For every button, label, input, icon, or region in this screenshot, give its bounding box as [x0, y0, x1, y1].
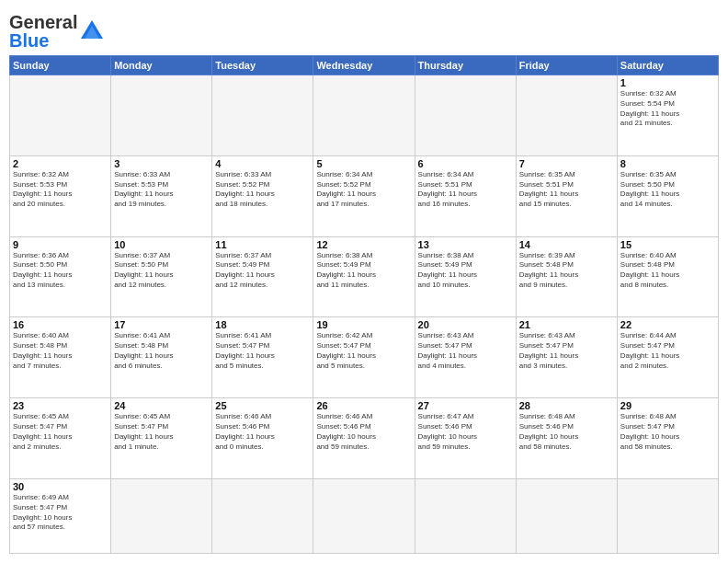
calendar-cell: 29Sunrise: 6:48 AM Sunset: 5:47 PM Dayli… [617, 398, 718, 479]
logo-icon [79, 18, 105, 44]
day-number: 3 [114, 158, 209, 169]
day-info: Sunrise: 6:35 AM Sunset: 5:50 PM Dayligh… [620, 170, 715, 210]
day-info: Sunrise: 6:43 AM Sunset: 5:47 PM Dayligh… [519, 331, 614, 371]
calendar-cell: 12Sunrise: 6:38 AM Sunset: 5:49 PM Dayli… [313, 236, 415, 317]
logo-text: General Blue [9, 13, 77, 50]
calendar-week-row: 23Sunrise: 6:45 AM Sunset: 5:47 PM Dayli… [10, 398, 719, 479]
calendar-cell: 4Sunrise: 6:33 AM Sunset: 5:52 PM Daylig… [212, 155, 313, 236]
calendar-week-row: 30Sunrise: 6:49 AM Sunset: 5:47 PM Dayli… [10, 479, 719, 554]
calendar-cell: 10Sunrise: 6:37 AM Sunset: 5:50 PM Dayli… [111, 236, 212, 317]
day-number: 19 [316, 319, 411, 330]
calendar-cell: 22Sunrise: 6:44 AM Sunset: 5:47 PM Dayli… [617, 317, 718, 398]
calendar-cell: 18Sunrise: 6:41 AM Sunset: 5:47 PM Dayli… [212, 317, 313, 398]
calendar-cell: 24Sunrise: 6:45 AM Sunset: 5:47 PM Dayli… [111, 398, 212, 479]
day-number: 11 [215, 239, 310, 250]
day-info: Sunrise: 6:34 AM Sunset: 5:51 PM Dayligh… [418, 170, 513, 210]
day-number: 10 [114, 239, 209, 250]
day-number: 12 [316, 239, 411, 250]
calendar-cell: 13Sunrise: 6:38 AM Sunset: 5:49 PM Dayli… [415, 236, 516, 317]
day-info: Sunrise: 6:44 AM Sunset: 5:47 PM Dayligh… [620, 331, 715, 371]
day-number: 26 [316, 400, 411, 411]
calendar-cell [617, 479, 718, 554]
calendar-cell: 25Sunrise: 6:46 AM Sunset: 5:46 PM Dayli… [212, 398, 313, 479]
calendar-cell: 7Sunrise: 6:35 AM Sunset: 5:51 PM Daylig… [516, 155, 617, 236]
day-number: 25 [215, 400, 310, 411]
calendar-week-row: 9Sunrise: 6:36 AM Sunset: 5:50 PM Daylig… [10, 236, 719, 317]
calendar-cell [516, 75, 617, 156]
day-number: 27 [418, 400, 513, 411]
calendar-cell: 6Sunrise: 6:34 AM Sunset: 5:51 PM Daylig… [415, 155, 516, 236]
day-info: Sunrise: 6:32 AM Sunset: 5:53 PM Dayligh… [13, 170, 108, 210]
day-info: Sunrise: 6:38 AM Sunset: 5:49 PM Dayligh… [418, 251, 513, 291]
day-info: Sunrise: 6:45 AM Sunset: 5:47 PM Dayligh… [114, 412, 209, 452]
day-number: 17 [114, 319, 209, 330]
day-number: 2 [13, 158, 108, 169]
calendar-cell: 3Sunrise: 6:33 AM Sunset: 5:53 PM Daylig… [111, 155, 212, 236]
calendar-cell: 15Sunrise: 6:40 AM Sunset: 5:48 PM Dayli… [617, 236, 718, 317]
day-number: 9 [13, 239, 108, 250]
weekday-header-row: SundayMondayTuesdayWednesdayThursdayFrid… [10, 56, 719, 75]
calendar-cell: 26Sunrise: 6:46 AM Sunset: 5:46 PM Dayli… [313, 398, 415, 479]
calendar-cell [415, 479, 516, 554]
weekday-header-saturday: Saturday [617, 56, 718, 75]
day-info: Sunrise: 6:33 AM Sunset: 5:52 PM Dayligh… [215, 170, 310, 210]
calendar-cell: 8Sunrise: 6:35 AM Sunset: 5:50 PM Daylig… [617, 155, 718, 236]
logo: General Blue [9, 13, 105, 50]
calendar-cell: 16Sunrise: 6:40 AM Sunset: 5:48 PM Dayli… [10, 317, 111, 398]
calendar-cell [313, 75, 415, 156]
day-info: Sunrise: 6:36 AM Sunset: 5:50 PM Dayligh… [13, 251, 108, 291]
calendar-cell: 27Sunrise: 6:47 AM Sunset: 5:46 PM Dayli… [415, 398, 516, 479]
calendar-week-row: 16Sunrise: 6:40 AM Sunset: 5:48 PM Dayli… [10, 317, 719, 398]
day-info: Sunrise: 6:32 AM Sunset: 5:54 PM Dayligh… [620, 89, 715, 129]
day-info: Sunrise: 6:35 AM Sunset: 5:51 PM Dayligh… [519, 170, 614, 210]
day-number: 6 [418, 158, 513, 169]
calendar-cell: 9Sunrise: 6:36 AM Sunset: 5:50 PM Daylig… [10, 236, 111, 317]
day-number: 8 [620, 158, 715, 169]
calendar-cell [516, 479, 617, 554]
day-info: Sunrise: 6:39 AM Sunset: 5:48 PM Dayligh… [519, 251, 614, 291]
calendar-cell: 23Sunrise: 6:45 AM Sunset: 5:47 PM Dayli… [10, 398, 111, 479]
calendar-week-row: 1Sunrise: 6:32 AM Sunset: 5:54 PM Daylig… [10, 75, 719, 156]
day-number: 5 [316, 158, 411, 169]
day-number: 24 [114, 400, 209, 411]
day-info: Sunrise: 6:45 AM Sunset: 5:47 PM Dayligh… [13, 412, 108, 452]
day-number: 7 [519, 158, 614, 169]
calendar-cell: 21Sunrise: 6:43 AM Sunset: 5:47 PM Dayli… [516, 317, 617, 398]
calendar-week-row: 2Sunrise: 6:32 AM Sunset: 5:53 PM Daylig… [10, 155, 719, 236]
day-info: Sunrise: 6:43 AM Sunset: 5:47 PM Dayligh… [418, 331, 513, 371]
calendar-cell [111, 75, 212, 156]
calendar-cell: 1Sunrise: 6:32 AM Sunset: 5:54 PM Daylig… [617, 75, 718, 156]
calendar-cell [313, 479, 415, 554]
day-number: 15 [620, 239, 715, 250]
day-number: 29 [620, 400, 715, 411]
calendar-cell: 19Sunrise: 6:42 AM Sunset: 5:47 PM Dayli… [313, 317, 415, 398]
day-number: 1 [620, 77, 715, 88]
calendar-cell: 28Sunrise: 6:48 AM Sunset: 5:46 PM Dayli… [516, 398, 617, 479]
day-info: Sunrise: 6:34 AM Sunset: 5:52 PM Dayligh… [316, 170, 411, 210]
day-number: 18 [215, 319, 310, 330]
calendar-cell: 11Sunrise: 6:37 AM Sunset: 5:49 PM Dayli… [212, 236, 313, 317]
calendar-cell: 14Sunrise: 6:39 AM Sunset: 5:48 PM Dayli… [516, 236, 617, 317]
day-info: Sunrise: 6:49 AM Sunset: 5:47 PM Dayligh… [13, 493, 108, 533]
calendar-cell: 20Sunrise: 6:43 AM Sunset: 5:47 PM Dayli… [415, 317, 516, 398]
day-info: Sunrise: 6:46 AM Sunset: 5:46 PM Dayligh… [316, 412, 411, 452]
day-info: Sunrise: 6:48 AM Sunset: 5:47 PM Dayligh… [620, 412, 715, 452]
weekday-header-tuesday: Tuesday [212, 56, 313, 75]
day-number: 16 [13, 319, 108, 330]
calendar-table: SundayMondayTuesdayWednesdayThursdayFrid… [9, 55, 719, 554]
day-info: Sunrise: 6:38 AM Sunset: 5:49 PM Dayligh… [316, 251, 411, 291]
day-info: Sunrise: 6:40 AM Sunset: 5:48 PM Dayligh… [620, 251, 715, 291]
day-info: Sunrise: 6:37 AM Sunset: 5:50 PM Dayligh… [114, 251, 209, 291]
day-info: Sunrise: 6:42 AM Sunset: 5:47 PM Dayligh… [316, 331, 411, 371]
day-number: 22 [620, 319, 715, 330]
calendar-cell: 5Sunrise: 6:34 AM Sunset: 5:52 PM Daylig… [313, 155, 415, 236]
weekday-header-wednesday: Wednesday [313, 56, 415, 75]
calendar-cell [10, 75, 111, 156]
day-info: Sunrise: 6:47 AM Sunset: 5:46 PM Dayligh… [418, 412, 513, 452]
weekday-header-thursday: Thursday [415, 56, 516, 75]
day-number: 30 [13, 481, 108, 492]
day-number: 20 [418, 319, 513, 330]
calendar-cell [212, 479, 313, 554]
day-number: 13 [418, 239, 513, 250]
page: General Blue SundayMondayTuesdayWednesda… [0, 0, 728, 563]
